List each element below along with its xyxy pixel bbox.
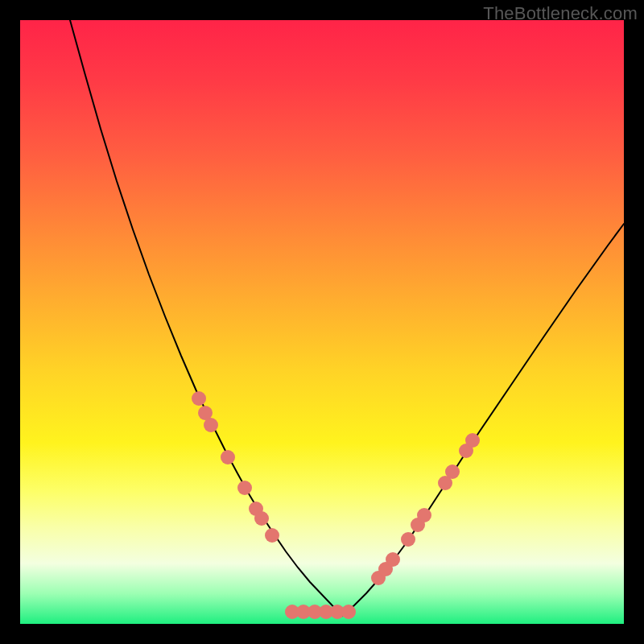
scatter-points (192, 391, 480, 619)
point-left-dots (237, 481, 252, 495)
series-v-curve (70, 20, 624, 616)
chart-frame: TheBottleneck.com (0, 0, 644, 644)
line-series (70, 20, 624, 616)
point-left-dots (254, 511, 269, 526)
point-right-dots (386, 552, 400, 567)
point-left-dots (265, 528, 279, 543)
point-left-dots (204, 418, 218, 432)
plot-area (20, 20, 624, 624)
point-left-dots (192, 391, 206, 406)
point-left-dots (221, 450, 235, 464)
point-right-dots (401, 532, 415, 547)
chart-svg (20, 20, 624, 624)
point-bottom-dots (341, 605, 356, 619)
point-right-dots (465, 433, 480, 448)
watermark-label: TheBottleneck.com (483, 3, 638, 24)
point-right-dots (417, 508, 431, 522)
point-right-dots (445, 464, 460, 479)
